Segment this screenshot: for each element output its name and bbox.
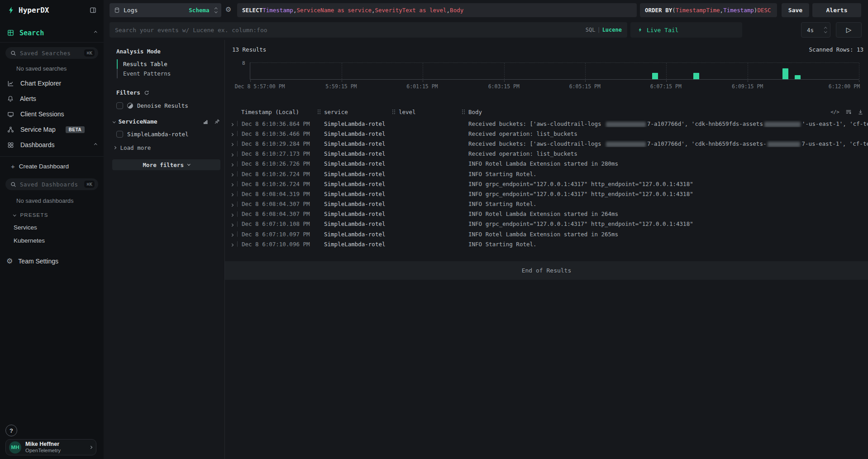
filter-value-row[interactable]: SimpleLambda-rotel <box>116 131 224 138</box>
expand-row-chevron-icon[interactable] <box>231 140 237 147</box>
expand-row-chevron-icon[interactable] <box>231 210 237 217</box>
log-table-row[interactable]: Dec 8 6:10:36.466 PM SimpleLambda-rotel … <box>225 129 868 139</box>
log-table-row[interactable]: Dec 8 6:07:10.097 PM SimpleLambda-rotel … <box>225 229 868 239</box>
preset-item-kubernetes[interactable]: Kubernetes <box>14 237 104 244</box>
x-axis-tick-labels: Dec 8 5:57:00 PM5:59:15 PM6:01:15 PM6:03… <box>250 83 859 90</box>
log-table-row[interactable]: Dec 8 6:10:26.726 PM SimpleLambda-rotel … <box>225 159 868 169</box>
presets-section-toggle[interactable]: PRESETS <box>14 212 104 218</box>
saved-searches-input[interactable]: Saved Searches ⌘K <box>5 47 98 59</box>
stepper-arrows-icon[interactable] <box>825 28 827 32</box>
select-query[interactable]: SELECT Timestamp, ServiceName as service… <box>237 3 637 17</box>
row-service: SimpleLambda-rotel <box>324 150 399 157</box>
sidebar-item-team-settings[interactable]: ⚙ Team Settings <box>6 258 104 265</box>
sidebar-item-dashboards[interactable]: Dashboards <box>0 137 104 153</box>
filter-group-servicename[interactable]: ServiceName <box>113 118 220 125</box>
sidebar-item-chart-explorer[interactable]: Chart Explorer <box>0 76 104 91</box>
column-header-level[interactable]: level <box>392 109 462 115</box>
avatar: MH <box>9 441 21 454</box>
expand-row-chevron-icon[interactable] <box>231 160 237 167</box>
sidebar-item-alerts[interactable]: Alerts <box>0 91 104 106</box>
load-more-button[interactable]: Load more <box>114 144 224 151</box>
expand-row-chevron-icon[interactable] <box>231 150 237 157</box>
drag-handle-icon[interactable] <box>318 110 321 115</box>
source-label: Logs <box>124 7 185 14</box>
expand-row-chevron-icon[interactable] <box>231 201 237 207</box>
log-table-row[interactable]: Dec 8 6:08:04.307 PM SimpleLambda-rotel … <box>225 209 868 219</box>
histogram-bar[interactable] <box>782 68 788 79</box>
save-button[interactable]: Save <box>782 3 809 17</box>
filter-value-checkbox[interactable] <box>116 131 123 138</box>
refresh-interval-stepper[interactable]: 4s <box>801 22 830 38</box>
pin-icon[interactable] <box>214 119 220 125</box>
log-table-row[interactable]: Dec 8 6:08:04.319 PM SimpleLambda-rotel … <box>225 189 868 199</box>
schema-link[interactable]: Schema <box>189 7 209 14</box>
mode-event-patterns[interactable]: Event Patterns <box>117 69 224 78</box>
expand-row-chevron-icon[interactable] <box>231 220 237 227</box>
denoise-checkbox[interactable] <box>116 102 123 109</box>
sidebar-collapse-icon[interactable] <box>90 7 96 14</box>
chart-plot-area[interactable] <box>250 62 859 80</box>
log-table-row[interactable]: Dec 8 6:10:26.724 PM SimpleLambda-rotel … <box>225 169 868 179</box>
sql-option[interactable]: SQL <box>586 27 596 33</box>
row-body: INFO grpc_endpoint="127.0.0.1:4317" http… <box>468 220 868 227</box>
results-histogram[interactable]: 8 Dec 8 5:57:00 PM5:59:15 PM6:01:15 PM6:… <box>250 62 859 90</box>
chevron-up-icon[interactable] <box>94 143 97 146</box>
expand-row-chevron-icon[interactable] <box>231 241 237 248</box>
row-service: SimpleLambda-rotel <box>324 191 399 197</box>
row-timestamp: Dec 8 6:10:36.466 PM <box>242 130 324 137</box>
log-table-row[interactable]: Dec 8 6:08:04.307 PM SimpleLambda-rotel … <box>225 199 868 209</box>
log-table-row[interactable]: Dec 8 6:07:10.108 PM SimpleLambda-rotel … <box>225 219 868 229</box>
expand-row-chevron-icon[interactable] <box>231 130 237 137</box>
x-axis-tick <box>423 80 423 82</box>
query-settings-gear-icon[interactable]: ⚙ <box>225 6 231 13</box>
x-axis-tick <box>748 80 748 82</box>
live-tail-button[interactable]: Live Tail <box>630 22 742 38</box>
mini-bar-chart-icon[interactable] <box>202 119 209 125</box>
search-input[interactable]: Search your events w/ Lucene ex. column:… <box>110 22 627 38</box>
download-icon[interactable] <box>858 109 863 115</box>
lucene-option[interactable]: Lucene <box>602 27 622 33</box>
log-table-row[interactable]: Dec 8 6:10:29.284 PM SimpleLambda-rotel … <box>225 139 868 148</box>
denoise-results-row[interactable]: Denoise Results <box>116 102 224 109</box>
column-header-service[interactable]: service <box>318 109 392 115</box>
log-table-row[interactable]: Dec 8 6:10:36.864 PM SimpleLambda-rotel … <box>225 119 868 129</box>
more-filters-button[interactable]: More filters <box>112 159 220 170</box>
mode-results-table[interactable]: Results Table <box>117 59 224 69</box>
play-button[interactable]: ▷ <box>836 22 862 38</box>
expand-row-chevron-icon[interactable] <box>231 171 237 177</box>
alerts-button[interactable]: Alerts <box>812 3 861 17</box>
code-view-icon[interactable]: </> <box>830 109 839 115</box>
language-toggle[interactable]: SQL|Lucene <box>586 27 622 33</box>
user-profile-card[interactable]: MH Mike Heffner OpenTelemetry <box>5 439 96 455</box>
expand-row-chevron-icon[interactable] <box>231 191 237 197</box>
row-service: SimpleLambda-rotel <box>324 201 399 207</box>
main-content: 13 Results Scanned Rows: 13 8 Dec 8 5:57… <box>225 40 868 459</box>
keyboard-shortcut-badge: ⌘K <box>84 49 95 57</box>
column-header-body[interactable]: Body <box>462 109 830 115</box>
sidebar-item-search[interactable]: Search <box>0 24 104 43</box>
order-by-clause[interactable]: ORDER BY (TimestampTime, Timestamp) DESC <box>640 3 777 17</box>
histogram-bar[interactable] <box>652 73 658 79</box>
analysis-mode-list: Results Table Event Patterns <box>117 59 224 78</box>
log-table-row[interactable]: Dec 8 6:07:10.096 PM SimpleLambda-rotel … <box>225 239 868 249</box>
drag-handle-icon[interactable] <box>392 110 396 115</box>
sidebar-item-client-sessions[interactable]: Client Sessions <box>0 106 104 122</box>
log-table-row[interactable]: Dec 8 6:10:26.724 PM SimpleLambda-rotel … <box>225 179 868 189</box>
expand-row-chevron-icon[interactable] <box>231 120 237 127</box>
column-header-timestamp[interactable]: Timestamp (Local) <box>232 109 318 115</box>
wrap-lines-icon[interactable] <box>845 109 852 115</box>
saved-dashboards-input[interactable]: Saved Dashboards ⌘K <box>5 178 98 190</box>
expand-row-chevron-icon[interactable] <box>231 181 237 187</box>
help-button[interactable]: ? <box>5 425 17 436</box>
chevron-up-icon[interactable] <box>94 31 97 34</box>
log-table-row[interactable]: Dec 8 6:10:27.173 PM SimpleLambda-rotel … <box>225 149 868 159</box>
drag-handle-icon[interactable] <box>462 110 465 115</box>
sidebar-item-service-map[interactable]: Service Map BETA <box>0 122 104 137</box>
expand-row-chevron-icon[interactable] <box>231 231 237 238</box>
histogram-bar[interactable] <box>693 73 699 79</box>
create-dashboard-button[interactable]: + Create Dashboard <box>0 158 104 174</box>
preset-item-services[interactable]: Services <box>14 224 104 231</box>
histogram-bar[interactable] <box>795 75 801 80</box>
source-select[interactable]: Logs Schema <box>110 3 221 17</box>
refresh-icon[interactable] <box>144 90 149 96</box>
